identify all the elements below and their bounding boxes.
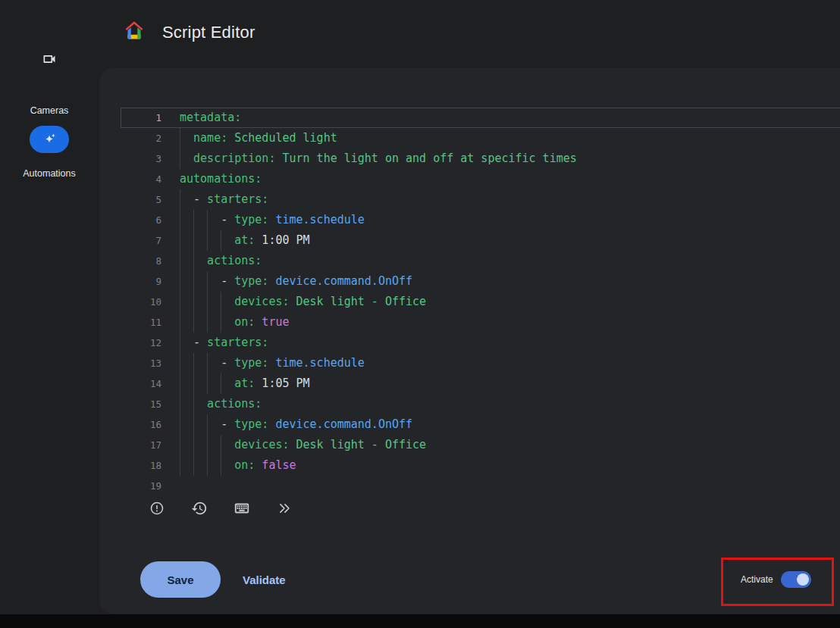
indent-guides: [180, 312, 234, 333]
code-text: actions:: [161, 251, 262, 271]
code-line[interactable]: 2name: Scheduled light: [121, 128, 840, 148]
code-text: - type: time.schedule: [161, 210, 365, 230]
code-line[interactable]: 15actions:: [121, 394, 840, 414]
code-text: - type: device.command.OnOff: [161, 271, 412, 292]
indent-guides: [180, 128, 193, 148]
script-editor-app: Script Editor Cameras Automations 1metad…: [0, 0, 840, 628]
token-bool: false: [262, 455, 296, 476]
token-key: name:: [193, 128, 234, 148]
line-number: 16: [121, 414, 161, 435]
code-line[interactable]: 9- type: device.command.OnOff: [121, 271, 840, 292]
line-number: 18: [121, 455, 161, 476]
sidebar-item-automations[interactable]: Automations: [0, 126, 99, 179]
code-text: [161, 476, 180, 496]
validate-button[interactable]: Validate: [230, 561, 298, 598]
line-number: 14: [121, 373, 161, 394]
history-button[interactable]: [190, 498, 209, 518]
code-text: on: true: [161, 312, 289, 333]
line-number: 17: [121, 435, 161, 455]
code-text: name: Scheduled light: [161, 128, 337, 148]
code-line[interactable]: 17devices: Desk light - Office: [121, 435, 840, 455]
token-punc: -: [221, 210, 234, 230]
code-line[interactable]: 5- starters:: [121, 189, 840, 210]
token-str: Desk light - Office: [296, 292, 427, 312]
code-text: - starters:: [161, 333, 268, 353]
editor-toolbar: [147, 498, 294, 518]
code-line[interactable]: 3description: Turn the light on and off …: [121, 148, 840, 169]
token-str: Scheduled light: [234, 128, 337, 148]
line-number: 15: [121, 394, 161, 414]
indent-guides: [180, 189, 193, 210]
code-text: on: false: [161, 455, 296, 476]
token-key: automations:: [180, 169, 262, 189]
indent-guides: [180, 292, 234, 312]
indent-guides: [180, 148, 193, 169]
page-title: Script Editor: [162, 21, 255, 44]
code-line[interactable]: 16- type: device.command.OnOff: [121, 414, 840, 435]
token-key: actions:: [207, 394, 262, 414]
save-button[interactable]: Save: [140, 561, 221, 598]
code-line[interactable]: 18on: false: [121, 455, 840, 476]
token-key: starters:: [207, 333, 268, 353]
code-text: - starters:: [161, 189, 268, 210]
activate-toggle[interactable]: [781, 571, 811, 588]
code-text: automations:: [161, 169, 262, 189]
code-text: metadata:: [161, 108, 241, 128]
line-number: 12: [121, 333, 161, 353]
token-key: type:: [234, 414, 275, 435]
token-type: time.schedule: [275, 353, 364, 373]
token-key: at:: [234, 373, 262, 394]
keyboard-button[interactable]: [232, 498, 252, 518]
sidebar-item-cameras[interactable]: Cameras: [0, 45, 99, 116]
google-home-logo-icon[interactable]: [123, 19, 146, 42]
sidebar: Cameras Automations: [0, 0, 99, 628]
token-punc: -: [221, 271, 234, 292]
line-number: 10: [121, 292, 161, 312]
activate-control: Activate: [741, 570, 811, 589]
code-line[interactable]: 10devices: Desk light - Office: [121, 292, 840, 312]
bottom-strip: [0, 614, 840, 628]
line-number: 8: [121, 251, 161, 271]
code-line[interactable]: 14at: 1:05 PM: [121, 373, 840, 394]
code-line[interactable]: 13- type: time.schedule: [121, 353, 840, 373]
line-number: 6: [121, 210, 161, 230]
token-str: Turn the light on and off at specific ti…: [282, 148, 576, 169]
indent-guides: [180, 210, 221, 230]
token-key: devices:: [234, 435, 296, 455]
code-text: devices: Desk light - Office: [161, 292, 426, 312]
code-line[interactable]: 7at: 1:00 PM: [121, 230, 840, 251]
editor-card: 1metadata:2name: Scheduled light3descrip…: [99, 68, 840, 614]
token-key: description:: [193, 148, 282, 169]
code-line[interactable]: 1metadata:: [121, 108, 840, 128]
token-key: devices:: [234, 292, 296, 312]
indent-guides: [180, 333, 193, 353]
code-line[interactable]: 11on: true: [121, 312, 840, 333]
line-number: 3: [121, 148, 161, 169]
problems-button[interactable]: [147, 498, 167, 518]
token-key: type:: [234, 210, 275, 230]
code-line[interactable]: 8actions:: [121, 251, 840, 271]
indent-guides: [180, 251, 207, 271]
code-editor[interactable]: 1metadata:2name: Scheduled light3descrip…: [121, 108, 840, 496]
token-key: at:: [234, 230, 262, 251]
token-str: Desk light - Office: [296, 435, 427, 455]
code-text: actions:: [161, 394, 262, 414]
more-chevrons-button[interactable]: [274, 498, 294, 518]
line-number: 1: [121, 108, 161, 128]
code-line[interactable]: 12- starters:: [121, 333, 840, 353]
token-punc: -: [221, 414, 234, 435]
line-number: 9: [121, 271, 161, 292]
code-text: - type: device.command.OnOff: [161, 414, 412, 435]
code-line[interactable]: 4automations:: [121, 169, 840, 189]
code-line[interactable]: 6- type: time.schedule: [121, 210, 840, 230]
token-punc: -: [193, 189, 207, 210]
token-key: on:: [234, 455, 262, 476]
line-number: 19: [121, 476, 161, 496]
indent-guides: [180, 394, 207, 414]
indent-guides: [180, 455, 234, 476]
code-line[interactable]: 19: [121, 476, 840, 496]
token-key: on:: [234, 312, 262, 333]
token-key: starters:: [207, 189, 268, 210]
token-val: 1:05 PM: [262, 373, 309, 394]
sidebar-label-cameras: Cameras: [30, 105, 69, 116]
